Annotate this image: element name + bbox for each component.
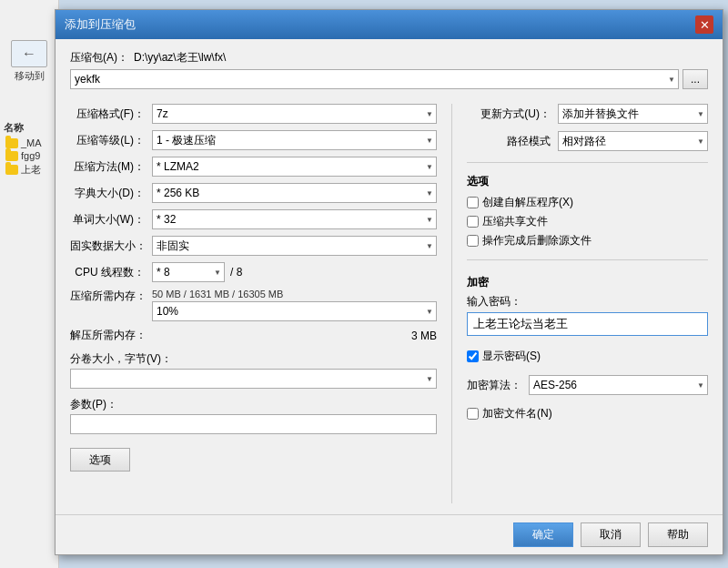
update-label: 更新方式(U)： <box>467 106 558 122</box>
decompress-value: 3 MB <box>152 330 437 342</box>
move-to-button[interactable]: ← <box>11 40 47 67</box>
params-input[interactable] <box>70 414 437 434</box>
decompress-label: 解压所需内存： <box>70 328 152 343</box>
level-select[interactable]: 1 - 极速压缩 <box>152 130 437 150</box>
encrypt-method-row: 加密算法： AES-256 <box>467 375 708 395</box>
solid-select[interactable]: 非固实 <box>152 236 437 256</box>
dialog-footer: 确定 取消 帮助 <box>56 514 723 554</box>
main-panels: 压缩格式(F)： 7z 压缩等级(L)： 1 - 极速压缩 <box>70 104 708 503</box>
path-mode-label: 路径模式 <box>467 134 558 149</box>
memory-percent-select[interactable]: 10% <box>152 301 437 321</box>
folder-icon <box>5 165 18 175</box>
help-button[interactable]: 帮助 <box>648 522 708 547</box>
cpu-label: CPU 线程数： <box>70 265 152 280</box>
opt1-row: 创建自解压程序(X) <box>467 195 708 210</box>
sidebar-nav-label: 名称 <box>4 119 55 137</box>
encrypt-section: 加密 输入密码： <box>467 275 708 336</box>
dict-label: 字典大小(D)： <box>70 186 152 201</box>
decompress-row: 解压所需内存： 3 MB <box>70 328 437 343</box>
sidebar: ← 移动到 名称 _MA fgg9 上老 <box>0 0 59 568</box>
split-select[interactable] <box>70 369 437 389</box>
format-label: 压缩格式(F)： <box>70 106 152 122</box>
memory-section: 压缩所需内存： 50 MB / 1631 MB / 16305 MB 10% <box>70 289 437 321</box>
dialog-body: 压缩包(A)： D:\yy\az\老王\lw\fx\ yekfk ... <box>56 39 723 514</box>
encrypt-filename-row: 加密文件名(N) <box>467 406 708 421</box>
sidebar-item-label: fgg9 <box>21 150 40 161</box>
cpu-total: / 8 <box>230 266 242 279</box>
dialog-titlebar: 添加到压缩包 ✕ <box>56 10 723 39</box>
list-item[interactable]: fgg9 <box>4 149 53 162</box>
format-row: 压缩格式(F)： 7z <box>70 104 437 124</box>
archive-path: D:\yy\az\老王\lw\fx\ <box>134 50 226 66</box>
archive-label: 压缩包(A)： <box>70 50 128 66</box>
level-label: 压缩等级(L)： <box>70 133 152 148</box>
password-label: 输入密码： <box>467 294 708 309</box>
options-section: 选项 创建自解压程序(X) 压缩共享文件 操作完成后删除源文件 <box>467 174 708 248</box>
list-item[interactable]: _MA <box>4 137 53 149</box>
cancel-button[interactable]: 取消 <box>581 522 641 547</box>
encrypt-title: 加密 <box>467 275 708 290</box>
opt2-label[interactable]: 压缩共享文件 <box>482 214 548 229</box>
dialog-title: 添加到压缩包 <box>65 16 136 33</box>
close-button[interactable]: ✕ <box>695 15 713 34</box>
opt1-label[interactable]: 创建自解压程序(X) <box>482 195 573 210</box>
path-mode-row: 路径模式 相对路径 <box>467 131 708 151</box>
level-row: 压缩等级(L)： 1 - 极速压缩 <box>70 130 437 150</box>
memory-label: 压缩所需内存： <box>70 289 152 304</box>
password-input[interactable] <box>467 312 708 336</box>
encrypt-filename-checkbox[interactable] <box>467 408 479 420</box>
dict-select[interactable]: * 256 KB <box>152 183 437 203</box>
update-row: 更新方式(U)： 添加并替换文件 <box>467 104 708 124</box>
ok-button[interactable]: 确定 <box>513 522 573 547</box>
archive-path-section: 压缩包(A)： D:\yy\az\老王\lw\fx\ yekfk ... <box>70 50 708 96</box>
word-select[interactable]: * 32 <box>152 209 437 229</box>
show-password-row: 显示密码(S) <box>467 349 708 364</box>
options-button[interactable]: 选项 <box>70 448 130 472</box>
folder-icon <box>5 138 18 148</box>
opt3-row: 操作完成后删除源文件 <box>467 233 708 248</box>
params-section: 参数(P)： <box>70 397 437 434</box>
encrypt-method-label: 加密算法： <box>467 378 521 393</box>
params-label: 参数(P)： <box>70 397 437 412</box>
word-label: 单词大小(W)： <box>70 212 152 228</box>
dict-row: 字典大小(D)： * 256 KB <box>70 183 437 203</box>
opt3-checkbox[interactable] <box>467 235 479 247</box>
right-panel: 更新方式(U)： 添加并替换文件 路径模式 相对路径 <box>452 104 708 503</box>
opt1-checkbox[interactable] <box>467 197 479 208</box>
encrypt-method-select[interactable]: AES-256 <box>529 375 708 395</box>
cpu-row: CPU 线程数： * 8 / 8 <box>70 262 437 282</box>
method-row: 压缩方法(M)： * LZMA2 <box>70 157 437 177</box>
list-item[interactable]: 上老 <box>4 162 53 178</box>
path-mode-select[interactable]: 相对路径 <box>558 131 708 151</box>
move-to-label: 移动到 <box>15 69 45 83</box>
opt2-checkbox[interactable] <box>467 216 479 228</box>
encrypt-filename-label[interactable]: 加密文件名(N) <box>482 406 552 421</box>
format-select[interactable]: 7z <box>152 104 437 124</box>
left-panel: 压缩格式(F)： 7z 压缩等级(L)： 1 - 极速压缩 <box>70 104 452 503</box>
sidebar-item-label: 上老 <box>21 163 41 177</box>
method-label: 压缩方法(M)： <box>70 159 152 175</box>
opt3-label[interactable]: 操作完成后删除源文件 <box>482 233 592 248</box>
add-archive-dialog: 添加到压缩包 ✕ 压缩包(A)： D:\yy\az\老王\lw\fx\ yekf… <box>55 9 723 555</box>
opt2-row: 压缩共享文件 <box>467 214 708 229</box>
update-select[interactable]: 添加并替换文件 <box>558 104 708 124</box>
show-password-checkbox[interactable] <box>467 350 479 362</box>
options-title: 选项 <box>467 174 708 189</box>
browse-button[interactable]: ... <box>682 69 708 89</box>
folder-icon <box>5 151 18 161</box>
method-select[interactable]: * LZMA2 <box>152 157 437 177</box>
word-row: 单词大小(W)： * 32 <box>70 209 437 229</box>
solid-row: 固实数据大小： 非固实 <box>70 236 437 256</box>
solid-label: 固实数据大小： <box>70 238 152 254</box>
cpu-select[interactable]: * 8 <box>152 262 225 282</box>
memory-value: 50 MB / 1631 MB / 16305 MB <box>152 289 437 299</box>
split-section: 分卷大小，字节(V)： <box>70 351 437 389</box>
sidebar-item-label: _MA <box>21 137 42 148</box>
archive-name-select[interactable]: yekfk <box>70 69 679 89</box>
show-password-label[interactable]: 显示密码(S) <box>482 349 541 364</box>
split-label: 分卷大小，字节(V)： <box>70 351 437 367</box>
